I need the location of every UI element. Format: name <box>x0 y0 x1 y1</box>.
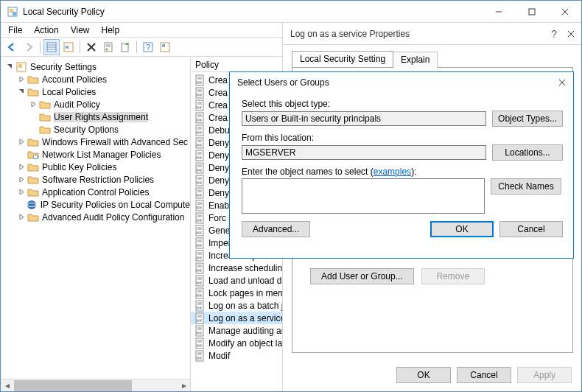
detail-view-icon[interactable] <box>43 39 60 55</box>
examples-link[interactable]: examples <box>374 167 411 177</box>
minimize-button[interactable] <box>482 1 515 22</box>
tree-item[interactable]: Windows Firewall with Advanced Sec <box>1 136 190 148</box>
tree-item[interactable]: Public Key Policies <box>1 161 190 173</box>
refresh-policy-icon[interactable] <box>157 39 173 55</box>
svg-point-77 <box>196 194 199 197</box>
svg-point-132 <box>196 332 199 335</box>
svg-point-53 <box>199 131 202 134</box>
cancel-button[interactable]: Cancel <box>457 367 511 383</box>
folder-icon <box>39 111 51 123</box>
tree-item[interactable]: Local Policies <box>1 85 190 98</box>
tree-item[interactable]: Network List Manager Policies <box>1 148 190 161</box>
tree-item[interactable]: User Rights Assignment <box>1 111 190 123</box>
close-icon[interactable] <box>558 79 566 86</box>
svg-point-82 <box>196 206 199 209</box>
svg-point-98 <box>199 244 202 247</box>
expand-icon[interactable] <box>15 189 27 195</box>
menu-view[interactable]: View <box>66 24 94 37</box>
tree-item[interactable]: Security Options <box>1 123 190 136</box>
forward-button[interactable] <box>21 39 37 55</box>
menu-help[interactable]: Help <box>97 24 125 37</box>
object-type-field <box>242 111 486 126</box>
list-item-label: Log on as a service <box>208 313 285 323</box>
expand-icon[interactable] <box>27 101 39 108</box>
svg-point-27 <box>27 200 36 209</box>
folder-icon <box>27 86 39 98</box>
select-users-dialog: Select Users or Groups Select this objec… <box>229 71 574 259</box>
tree-item[interactable]: Account Policies <box>1 73 190 85</box>
policy-icon <box>194 287 206 299</box>
tree-item-label: User Rights Assignment <box>54 112 148 122</box>
ok-button[interactable]: OK <box>430 221 494 237</box>
menu-file[interactable]: File <box>4 24 27 37</box>
add-user-or-group-button[interactable]: Add User or Group... <box>310 268 414 284</box>
folder-icon <box>27 149 39 161</box>
object-types-button[interactable]: Object Types... <box>492 111 563 127</box>
policy-icon <box>194 175 206 186</box>
expand-icon[interactable] <box>15 164 27 170</box>
tree-item[interactable]: Audit Policy <box>1 98 190 111</box>
svg-point-92 <box>196 231 199 234</box>
svg-point-102 <box>196 256 199 259</box>
titlebar: Local Security Policy <box>1 1 581 23</box>
help-icon[interactable]: ? <box>551 28 557 40</box>
expand-icon[interactable] <box>15 176 27 183</box>
tab-local-security-setting[interactable]: Local Security Setting <box>292 51 393 67</box>
tree-item[interactable]: Security Settings <box>1 60 190 73</box>
advanced-button[interactable]: Advanced... <box>242 221 310 237</box>
svg-rect-4 <box>529 9 535 15</box>
svg-text:?: ? <box>146 43 150 52</box>
object-names-input[interactable] <box>242 178 485 214</box>
policy-icon <box>194 275 206 287</box>
expand-icon[interactable] <box>15 76 27 83</box>
tree-item-label: Local Policies <box>42 87 96 97</box>
tree-item[interactable]: Advanced Audit Policy Configuration <box>1 211 190 223</box>
policy-icon <box>194 125 206 136</box>
close-button[interactable] <box>548 1 581 22</box>
folder-icon <box>39 124 51 136</box>
navigation-tree[interactable]: Security SettingsAccount PoliciesLocal P… <box>1 57 191 391</box>
maximize-button[interactable] <box>515 1 548 22</box>
horizontal-scrollbar[interactable]: ◂▸ <box>1 379 190 391</box>
svg-point-62 <box>196 156 199 159</box>
app-icon <box>7 6 18 18</box>
expand-icon[interactable] <box>15 214 27 220</box>
close-icon[interactable] <box>567 30 575 38</box>
help-icon[interactable]: ? <box>140 39 156 55</box>
folder-icon <box>27 174 39 186</box>
svg-point-107 <box>196 269 199 272</box>
delete-icon[interactable] <box>83 39 99 55</box>
list-item-label: Deny <box>208 138 229 148</box>
svg-point-73 <box>199 181 202 184</box>
back-button[interactable] <box>4 39 20 55</box>
locations-button[interactable]: Locations... <box>492 144 563 161</box>
svg-point-48 <box>199 119 202 122</box>
list-item-label: Crea <box>208 100 228 111</box>
tree-item-label: IP Security Policies on Local Compute <box>41 200 190 210</box>
properties-icon[interactable] <box>100 39 116 55</box>
policy-icon <box>194 87 206 99</box>
svg-point-63 <box>199 156 202 159</box>
svg-point-43 <box>199 106 202 109</box>
policy-icon <box>194 74 206 86</box>
list-item-label: Crea <box>208 88 228 98</box>
svg-point-67 <box>196 169 199 172</box>
expand-icon[interactable] <box>15 88 27 95</box>
export-icon[interactable] <box>117 39 133 55</box>
check-names-button[interactable]: Check Names <box>491 178 561 195</box>
menu-action[interactable]: Action <box>29 24 63 37</box>
ok-button[interactable]: OK <box>396 367 451 383</box>
tree-item[interactable]: Application Control Policies <box>1 186 190 198</box>
list-view-icon[interactable] <box>60 39 77 55</box>
policy-icon <box>194 225 206 237</box>
select-users-title: Select Users or Groups <box>237 77 558 88</box>
tree-item[interactable]: IP Security Policies on Local Compute <box>1 198 190 211</box>
list-item-label: Load and unload dev <box>208 276 291 286</box>
tree-item-label: Security Settings <box>30 62 97 72</box>
expand-icon[interactable] <box>4 63 15 70</box>
expand-icon[interactable] <box>15 139 27 145</box>
cancel-button[interactable]: Cancel <box>499 221 563 237</box>
tab-explain[interactable]: Explain <box>393 52 438 68</box>
folder-icon <box>15 61 27 73</box>
tree-item[interactable]: Software Restriction Policies <box>1 173 190 186</box>
